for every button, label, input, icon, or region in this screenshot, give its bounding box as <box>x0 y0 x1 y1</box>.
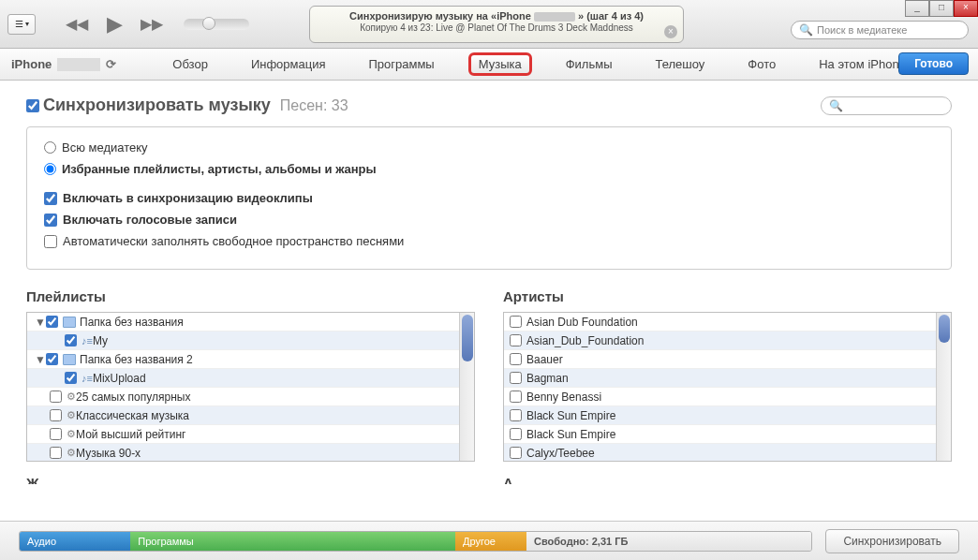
playlist-row[interactable]: ⚙ Мой высший рейтинг <box>27 425 474 444</box>
artist-checkbox[interactable] <box>510 334 522 346</box>
artists-scrollbar[interactable] <box>936 313 951 461</box>
capacity-free: Свободно: 2,31 ГБ <box>526 532 811 551</box>
status-line2: Копирую 4 из 23: Live @ Planet Of The Dr… <box>329 22 664 33</box>
artist-row[interactable]: Calyx/Teebee <box>504 444 951 461</box>
radio-selected[interactable] <box>44 163 56 175</box>
artist-row[interactable]: Black Sun Empire <box>504 406 951 425</box>
checkbox-include-videos[interactable] <box>44 192 57 205</box>
tab-apps[interactable]: Программы <box>359 53 443 75</box>
checkbox-autofill[interactable] <box>44 235 57 248</box>
app-menu-button[interactable]: ☰ <box>7 14 36 35</box>
playlist-row[interactable]: ⚙ Музыка 90-х <box>27 444 474 461</box>
artist-label: Asian Dub Foundation <box>526 316 638 329</box>
device-tabs: Обзор Информация Программы Музыка Фильмы… <box>163 52 915 76</box>
artist-row[interactable]: Asian_Dub_Foundation <box>504 332 951 350</box>
artist-checkbox[interactable] <box>510 372 522 384</box>
sync-button[interactable]: Синхронизировать <box>825 529 959 553</box>
artists-listbox[interactable]: Asian Dub FoundationAsian_Dub_Foundation… <box>503 312 952 462</box>
maximize-button[interactable]: □ <box>929 0 954 17</box>
content-area: Синхронизировать музыку Песен: 33 🔍 Всю … <box>0 81 978 490</box>
playlist-label: Классическая музыка <box>76 409 189 422</box>
artist-checkbox[interactable] <box>510 353 522 365</box>
checkbox-include-voice[interactable] <box>44 214 57 227</box>
artist-row[interactable]: Bagman <box>504 369 951 388</box>
tab-info[interactable]: Информация <box>242 53 335 75</box>
folder-icon <box>63 354 76 365</box>
song-count: Песен: 33 <box>280 97 348 114</box>
playlist-row[interactable]: ♪≡ My <box>27 332 474 350</box>
tab-movies[interactable]: Фильмы <box>556 53 622 75</box>
playlist-checkbox[interactable] <box>50 391 62 403</box>
content-search-input[interactable]: 🔍 <box>821 96 952 115</box>
playlist-checkbox[interactable] <box>65 372 77 384</box>
playlists-scrollbar[interactable] <box>459 313 474 461</box>
footer-bar: Аудио Программы Другое Свободно: 2,31 ГБ… <box>0 521 978 560</box>
volume-knob[interactable] <box>202 17 215 30</box>
tab-photos[interactable]: Фото <box>738 53 785 75</box>
next-track-button[interactable]: ▶▶ <box>139 11 165 37</box>
capacity-other: Другое <box>455 532 526 551</box>
sync-music-checkbox[interactable] <box>26 99 39 112</box>
playlists-listbox[interactable]: ▼Папка без названия♪≡ My▼Папка без назва… <box>26 312 475 462</box>
close-button[interactable]: × <box>954 0 978 17</box>
device-name: iPhone ⟳ <box>11 57 116 71</box>
playlist-checkbox[interactable] <box>46 316 58 328</box>
prev-track-button[interactable]: ◀◀ <box>64 11 90 37</box>
redacted-suffix <box>57 58 100 71</box>
label-selected: Избранные плейлисты, артисты, альбомы и … <box>62 162 377 176</box>
device-tab-bar: iPhone ⟳ Обзор Информация Программы Музы… <box>0 49 978 81</box>
playlist-checkbox[interactable] <box>50 428 62 440</box>
playlist-label: MixUpload <box>93 372 146 385</box>
play-button[interactable]: ▶ <box>101 11 127 37</box>
done-button[interactable]: Готово <box>898 52 969 75</box>
artist-label: Calyx/Teebee <box>526 447 595 460</box>
playlist-label: My <box>93 334 108 347</box>
library-search-input[interactable]: 🔍 Поиск в медиатеке <box>791 21 969 39</box>
artist-row[interactable]: Benny Benassi <box>504 388 951 406</box>
playlists-column: Плейлисты ▼Папка без названия♪≡ My▼Папка… <box>26 288 475 462</box>
capacity-free-label: Свободно: 2,31 ГБ <box>534 536 628 547</box>
playlist-row[interactable]: ▼Папка без названия 2 <box>27 350 474 369</box>
disclosure-icon[interactable]: ▼ <box>35 353 44 366</box>
capacity-other-label: Другое <box>463 536 496 547</box>
playlist-row[interactable]: ⚙ Классическая музыка <box>27 406 474 425</box>
artist-label: Baauer <box>526 353 563 366</box>
artist-row[interactable]: Baauer <box>504 350 951 369</box>
capacity-bar: Аудио Программы Другое Свободно: 2,31 ГБ <box>19 531 812 552</box>
search-icon: 🔍 <box>799 23 813 37</box>
playlist-label: 25 самых популярных <box>76 391 190 404</box>
artist-row[interactable]: Black Sun Empire <box>504 425 951 444</box>
playlist-checkbox[interactable] <box>65 334 77 346</box>
playlist-row[interactable]: ♪≡ MixUpload <box>27 369 474 388</box>
cancel-sync-icon[interactable]: × <box>664 25 677 38</box>
disclosure-icon[interactable]: ▼ <box>35 316 44 329</box>
playlist-row[interactable]: ⚙ 25 самых популярных <box>27 388 474 406</box>
radio-whole-library[interactable] <box>44 141 56 154</box>
label-include-videos: Включать в синхронизацию видеоклипы <box>63 191 313 205</box>
artist-checkbox[interactable] <box>510 447 522 459</box>
volume-slider[interactable] <box>184 19 249 30</box>
folder-icon <box>63 317 76 328</box>
artist-checkbox[interactable] <box>510 409 522 421</box>
tab-music[interactable]: Музыка <box>468 52 532 76</box>
tab-overview[interactable]: Обзор <box>163 53 217 75</box>
artist-checkbox[interactable] <box>510 428 522 440</box>
playlist-label: Папка без названия 2 <box>80 353 193 366</box>
artist-checkbox[interactable] <box>510 316 522 328</box>
playlist-label: Папка без названия <box>80 316 184 329</box>
playlist-label: Музыка 90-х <box>76 447 141 460</box>
status-pre: Синхронизирую музыку на «iPhone <box>349 10 531 22</box>
artist-label: Black Sun Empire <box>526 428 615 441</box>
artist-checkbox[interactable] <box>510 391 522 403</box>
capacity-audio: Аудио <box>20 532 130 551</box>
gear-icon: ⚙ <box>67 391 76 403</box>
search-icon: 🔍 <box>829 99 843 112</box>
minimize-button[interactable]: _ <box>905 0 929 17</box>
playlist-checkbox[interactable] <box>50 447 62 459</box>
playlist-checkbox[interactable] <box>46 353 58 365</box>
playlist-row[interactable]: ▼Папка без названия <box>27 313 474 332</box>
tab-tvshows[interactable]: Телешоу <box>646 53 715 75</box>
playlist-checkbox[interactable] <box>50 409 62 421</box>
refresh-icon[interactable]: ⟳ <box>106 57 116 71</box>
artist-row[interactable]: Asian Dub Foundation <box>504 313 951 332</box>
